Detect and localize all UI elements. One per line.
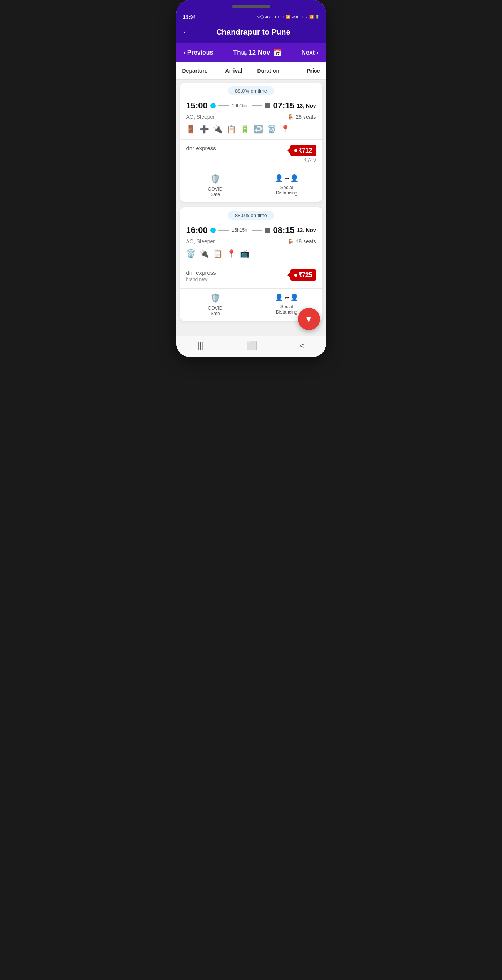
bus-card-2[interactable]: 88.0% on time 16:00 16h15m 08:15 13, Nov… [180, 207, 322, 321]
covid-safe-1: 🛡️ COVIDSafe [180, 169, 251, 202]
line-right-2 [252, 230, 262, 231]
bus-name-block-2: dnr express brand new [186, 269, 216, 282]
social-icon-2: 👤↔👤 [275, 293, 299, 302]
back-nav-button[interactable]: < [300, 341, 305, 351]
bus-name-block-1: dnr express [186, 145, 216, 151]
line-right-1 [252, 105, 262, 106]
covid-label-2: COVIDSafe [208, 306, 222, 316]
social-label-2: SocialDistancing [276, 304, 297, 315]
home-button[interactable]: ⬜ [247, 341, 257, 351]
divider-1 [180, 139, 322, 140]
seat-icon-2: 🪑 [287, 238, 294, 244]
amenity-turn: ↩️ [254, 125, 263, 134]
seats-info-1: 🪑 28 seats [287, 114, 316, 120]
amenity2-tv: 📺 [240, 249, 250, 258]
seats-count-2: 18 seats [296, 238, 316, 244]
safety-row-1: 🛡️ COVIDSafe 👤↔👤 SocialDistancing [180, 169, 322, 202]
social-label-1: SocialDistancing [276, 185, 297, 196]
covid-safe-2: 🛡️ COVIDSafe [180, 289, 251, 321]
app-header: ← Chandrapur to Pune [176, 23, 326, 43]
depart-time-2: 16:00 [186, 225, 208, 235]
price-diamond-2 [294, 274, 297, 277]
filter-fab-icon: ▼ [304, 314, 314, 324]
amenities-2: 🗑️ 🔌 📋 📍 📺 [186, 247, 316, 262]
bottom-nav: ||| ⬜ < [176, 336, 326, 357]
column-headers: Departure Arrival Duration Price [176, 62, 326, 80]
next-label: Next [301, 49, 315, 56]
prev-label: Previous [187, 49, 213, 56]
duration-2: 16h15m [230, 228, 250, 233]
next-date-button[interactable]: Next › [301, 49, 318, 56]
amenity-pin: 📍 [280, 125, 290, 134]
covid-icon-2: 🛡️ [210, 293, 220, 303]
depart-time-1: 15:00 [186, 101, 208, 111]
departure-header: Departure [182, 68, 217, 74]
amenity-trash: 🗑️ [267, 125, 277, 134]
prev-icon: ‹ [184, 49, 186, 56]
seats-count-1: 28 seats [296, 114, 316, 120]
original-price-1: ₹749 [304, 157, 316, 163]
trip-times-2: 16:00 16h15m 08:15 13, Nov [186, 225, 316, 235]
on-time-pill-1: 88.0% on time [228, 86, 274, 95]
back-button[interactable]: ← [182, 27, 191, 37]
arrive-square-1 [265, 103, 270, 108]
seat-icon-1: 🪑 [287, 114, 294, 120]
next-icon: › [316, 49, 318, 56]
amenities-1: 🚪 ➕ 🔌 📋 🔋 ↩️ 🗑️ 📍 [186, 122, 316, 138]
status-time: 13:34 [183, 14, 196, 20]
price-row-2: dnr express brand new ₹725 [180, 267, 322, 287]
discount-price-1: ₹712 [298, 147, 312, 154]
line-left-2 [218, 230, 229, 231]
bus-class-1: AC, Sleeper [186, 114, 215, 120]
on-time-badge-2: 88.0% on time [180, 207, 322, 222]
depart-dot-1 [210, 103, 216, 108]
arrive-date-1: 13, Nov [297, 103, 316, 109]
current-date: Thu, 12 Nov 📅 [233, 48, 282, 57]
depart-dot-2 [210, 228, 216, 233]
price-block-2: ₹725 [290, 269, 316, 281]
filter-fab[interactable]: ▼ [298, 308, 320, 330]
date-text: Thu, 12 Nov [233, 49, 270, 56]
trip-info-2: 16:00 16h15m 08:15 13, Nov AC, Sleeper 🪑… [180, 222, 322, 264]
amenity-door: 🚪 [186, 125, 196, 134]
duration-1: 16h15m [230, 103, 250, 108]
arrive-time-1: 07:15 [273, 101, 294, 111]
on-time-badge-1: 88.0% on time [180, 83, 322, 98]
on-time-pill-2: 88.0% on time [228, 211, 274, 220]
covid-label-1: COVIDSafe [208, 186, 222, 197]
status-bar [176, 0, 326, 12]
phone-frame: 13:34 Vo)) 4G LTE1 ↑↓ 📶 Vo)) LTE2 📶 🔋 ← … [176, 0, 326, 357]
social-icon-1: 👤↔👤 [275, 174, 299, 183]
arrive-time-2: 08:15 [273, 225, 294, 235]
price-tag-2[interactable]: ₹725 [290, 269, 316, 281]
arrive-square-2 [265, 228, 270, 233]
status-bar-content: 13:34 Vo)) 4G LTE1 ↑↓ 📶 Vo)) LTE2 📶 🔋 [176, 12, 326, 23]
prev-date-button[interactable]: ‹ Previous [184, 49, 213, 56]
arrival-header: Arrival [217, 68, 251, 74]
calendar-icon[interactable]: 📅 [273, 48, 282, 57]
bus-card-1[interactable]: 88.0% on time 15:00 16h15m 07:15 13, Nov… [180, 83, 322, 202]
page-title: Chandrapur to Pune [195, 28, 312, 37]
amenity2-plug: 🔌 [200, 249, 209, 258]
line-left-1 [218, 105, 229, 106]
amenity-doc: 📋 [227, 125, 236, 134]
status-icons: Vo)) 4G LTE1 ↑↓ 📶 Vo)) LTE2 📶 🔋 [257, 15, 319, 19]
amenity2-pin: 📍 [227, 249, 236, 258]
amenity2-doc: 📋 [213, 249, 223, 258]
menu-button[interactable]: ||| [197, 341, 204, 351]
amenity2-trash: 🗑️ [186, 249, 196, 258]
bus-subtitle-2: brand new [186, 277, 216, 282]
notch [232, 5, 270, 8]
duration-header: Duration [251, 68, 286, 74]
social-dist-1: 👤↔👤 SocialDistancing [251, 169, 322, 202]
price-block-1: ₹712 ₹749 [290, 145, 316, 163]
seats-info-2: 🪑 18 seats [287, 238, 316, 244]
price-row-1: dnr express ₹712 ₹749 [180, 143, 322, 168]
amenity-plug: 🔌 [213, 125, 223, 134]
discount-price-2: ₹725 [298, 271, 312, 279]
divider-2 [180, 264, 322, 264]
amenity-battery: 🔋 [240, 125, 250, 134]
price-header: Price [285, 68, 320, 74]
price-tag-1[interactable]: ₹712 [290, 145, 316, 156]
bus-name-2: dnr express [186, 269, 216, 276]
